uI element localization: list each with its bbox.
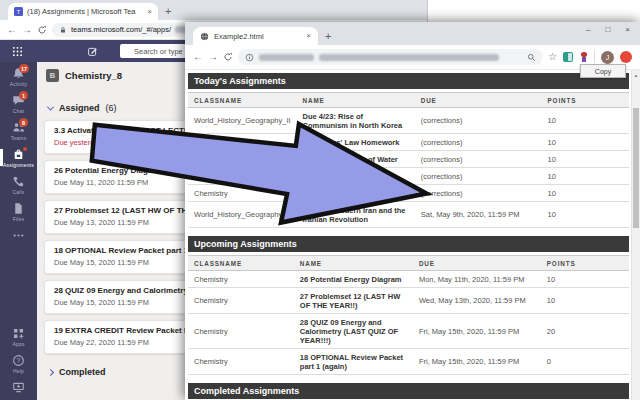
close-button[interactable]: × xyxy=(625,26,630,34)
column-header: POINTS xyxy=(541,93,629,108)
minimize-button[interactable]: – xyxy=(586,26,590,34)
svg-text:?: ? xyxy=(17,357,21,364)
rail-item-label: Help xyxy=(13,368,24,374)
foreground-tab-strip: Example2.html × + – □ × xyxy=(185,22,640,45)
new-tab-button[interactable]: + xyxy=(325,30,331,42)
table-cell: Chemistry xyxy=(188,349,294,375)
forward-icon[interactable]: → xyxy=(208,52,218,62)
table-cell: (corrections) xyxy=(415,168,542,185)
rail-item-assignments[interactable]: Assignments xyxy=(0,144,37,171)
address-bar[interactable] xyxy=(238,49,543,65)
tab-close-icon[interactable]: × xyxy=(147,8,152,16)
example-browser-window: Example2.html × + – □ × ← → ☆ J Copy xyxy=(185,22,640,400)
rail-item-chat[interactable]: 1Chat xyxy=(0,90,37,117)
tab-close-icon[interactable]: × xyxy=(306,32,311,40)
table-row: Chemistry04 Charles' Law Homework(correc… xyxy=(188,134,629,151)
assignments-table: CLASSNAMENAMEDUEPOINTSChemistry26 Potent… xyxy=(188,255,629,375)
team-avatar: B xyxy=(46,69,59,82)
table-cell: 20 xyxy=(541,314,629,349)
table-cell: 10 xyxy=(541,168,629,185)
extension-icon[interactable] xyxy=(563,52,573,62)
maximize-button[interactable]: □ xyxy=(605,26,610,34)
table-cell: 3.1 Chemical Energy xyxy=(297,168,415,185)
scrollbar-up-icon[interactable]: ▲ xyxy=(632,70,640,80)
table-cell: (corrections) xyxy=(415,108,542,134)
reload-icon[interactable] xyxy=(37,25,47,35)
tab-title: (18) Assignments | Microsoft Tea xyxy=(27,7,143,16)
background-tab-strip: T (18) Assignments | Microsoft Tea × + xyxy=(0,0,427,20)
table-cell: 10 xyxy=(541,108,629,134)
compose-icon[interactable] xyxy=(87,46,98,57)
rail-item-files[interactable]: Files xyxy=(0,198,37,225)
table-row: Chemistry28 QUIZ 09 Energy and Calorimet… xyxy=(188,314,629,349)
table-cell: 3.2 Bond Energy xyxy=(297,185,415,202)
ellipsis-icon xyxy=(12,229,25,242)
table-cell: 10 xyxy=(541,134,629,151)
zoom-icon[interactable] xyxy=(527,53,536,62)
teams-favicon: T xyxy=(14,7,23,16)
teams-left-rail: 17Activity1Chat8TeamsAssignmentsCallsFil… xyxy=(0,62,37,400)
rail-item-apps[interactable]: Apps xyxy=(0,323,37,350)
table-cell: Due 5/9: Modern Iran and the Iranian Rev… xyxy=(297,202,415,228)
profile-avatar[interactable]: J xyxy=(601,51,614,64)
rail-item-label: Files xyxy=(13,216,25,222)
rail-item-label: Chat xyxy=(13,108,24,114)
table-row: World_History_Geography_IIDue 5/9: Moder… xyxy=(188,202,629,228)
reload-icon[interactable] xyxy=(223,52,233,62)
new-tab-button[interactable]: + xyxy=(165,5,171,17)
rail-item-download[interactable] xyxy=(0,377,37,398)
table-cell: Chemistry xyxy=(188,288,294,314)
table-cell: Fri, May 15th, 2020, 11:59 PM xyxy=(413,349,541,375)
example-browser-tab[interactable]: Example2.html × xyxy=(193,27,318,45)
chevron-right-icon xyxy=(47,368,54,375)
rail-item-label: Calls xyxy=(12,189,24,195)
unread-badge: 8 xyxy=(19,118,28,127)
assignments-page: Today's AssignmentsCLASSNAMENAMEDUEPOINT… xyxy=(185,70,631,400)
back-icon[interactable]: ← xyxy=(7,25,17,35)
phone-icon xyxy=(12,175,25,188)
back-icon[interactable]: ← xyxy=(193,52,203,62)
rail-item-help[interactable]: ?Help xyxy=(0,350,37,377)
scrollbar-thumb[interactable] xyxy=(633,108,639,228)
copy-tooltip[interactable]: Copy xyxy=(580,64,626,78)
table-cell: Due 4/23: Rise of Communism in North Kor… xyxy=(297,108,415,134)
completed-label: Completed xyxy=(59,367,106,377)
table-cell: Wed, May 13th, 2020, 11:59 PM xyxy=(413,288,541,314)
table-cell: World_History_Geography_II xyxy=(188,202,297,228)
waffle-icon[interactable] xyxy=(12,46,23,57)
column-header: DUE xyxy=(415,93,542,108)
download-desktop-icon xyxy=(12,381,25,394)
rail-item-activity[interactable]: 17Activity xyxy=(0,63,37,90)
table-cell: 10 xyxy=(541,202,629,228)
table-cell: 10 xyxy=(541,271,629,288)
table-row: Chemistry2.4 Heating Curve of Water(corr… xyxy=(188,151,629,168)
redacted-url-blur xyxy=(259,54,314,61)
rail-item-calls[interactable]: Calls xyxy=(0,171,37,198)
column-header: CLASSNAME xyxy=(188,93,297,108)
chevron-down-icon xyxy=(47,103,54,110)
assignments-section: Today's AssignmentsCLASSNAMENAMEDUEPOINT… xyxy=(188,73,629,228)
extension-icon[interactable] xyxy=(579,52,588,62)
teams-browser-tab[interactable]: T (18) Assignments | Microsoft Tea × xyxy=(8,3,158,20)
bookmark-star-icon[interactable]: ☆ xyxy=(548,52,557,62)
table-row: Chemistry3.2 Bond Energy(corrections)10 xyxy=(188,185,629,202)
table-cell: (corrections) xyxy=(415,151,542,168)
pencil-icon xyxy=(165,166,174,175)
rail-item-more[interactable] xyxy=(0,225,37,246)
table-cell: 10 xyxy=(541,288,629,314)
column-header: NAME xyxy=(297,93,415,108)
rail-item-teams[interactable]: 8Teams xyxy=(0,117,37,144)
rail-item-label: Teams xyxy=(11,135,27,141)
forward-icon[interactable]: → xyxy=(22,25,32,35)
column-header: CLASSNAME xyxy=(188,256,294,271)
table-row: Chemistry18 OPTIONAL Review Packet part … xyxy=(188,349,629,375)
table-cell: World_History_Geography_II xyxy=(188,108,297,134)
browser-update-icon[interactable] xyxy=(620,51,632,63)
scrollbar[interactable]: ▲ xyxy=(631,70,640,400)
table-cell: (corrections) xyxy=(415,185,542,202)
table-cell: Chemistry xyxy=(188,314,294,349)
assignments-section: Completed AssignmentsCLASSNAMENAMEDUEPOI… xyxy=(188,383,629,400)
rail-item-label: Apps xyxy=(12,341,24,347)
table-cell: 04 Charles' Law Homework xyxy=(297,134,415,151)
table-cell: 26 Potential Energy Diagram xyxy=(294,271,413,288)
